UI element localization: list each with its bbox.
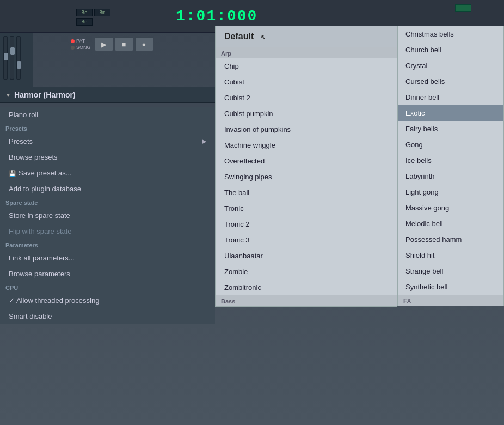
checkmark-icon: ✓: [9, 296, 16, 305]
slider-2[interactable]: [10, 36, 14, 80]
add-to-plugin-item[interactable]: Add to plugin database: [0, 181, 215, 197]
right-submenu-item-possessed-hamm[interactable]: Possessed hamm: [398, 232, 503, 247]
dropdown-item-tronic-3[interactable]: Tronic 3: [216, 232, 397, 248]
save-preset-item[interactable]: 💾Save preset as...: [0, 165, 215, 181]
presets-submenu-item[interactable]: Presets ▶: [0, 133, 215, 149]
right-submenu-item-exotic[interactable]: Exotic: [398, 105, 503, 121]
right-submenu-item-dinner-bell[interactable]: Dinner bell: [398, 89, 503, 105]
dropdown-item-chip[interactable]: Chip: [216, 58, 397, 74]
dropdown-item-cubist[interactable]: Cubist: [216, 74, 397, 90]
right-submenu-item-massive-gong[interactable]: Massive gong: [398, 200, 503, 216]
pat-led: [71, 39, 75, 43]
display-1: Be: [76, 9, 93, 16]
dropdown-item-the-ball[interactable]: The ball: [216, 185, 397, 201]
song-row: SONG: [71, 45, 91, 50]
record-button[interactable]: ●: [135, 37, 153, 51]
transport-controls: PAT SONG ▶ ■ ●: [71, 37, 153, 51]
dropdown-item-tronic-2[interactable]: Tronic 2: [216, 216, 397, 232]
presets-section-label: Presets: [0, 123, 215, 133]
slider-3[interactable]: [16, 36, 21, 80]
display-2: Bm: [94, 9, 110, 16]
flip-spare-item: Flip with spare state: [0, 223, 215, 239]
harmor-title: Harmor (Harmor): [14, 90, 76, 99]
slider-1[interactable]: [3, 36, 8, 80]
song-label: SONG: [76, 45, 91, 50]
record-icon: ●: [142, 40, 146, 48]
stop-icon: ■: [122, 40, 126, 48]
harmor-arrow-icon: ▼: [5, 92, 11, 98]
display-3: Be: [76, 18, 93, 26]
stop-button[interactable]: ■: [115, 37, 133, 51]
cursor-icon: ↖: [260, 34, 266, 41]
right-submenu-item-melodic-bell[interactable]: Melodic bell: [398, 216, 503, 232]
right-submenu-item-christmas-bells[interactable]: Christmas bells: [398, 26, 503, 42]
right-submenu-item-synthetic-bell[interactable]: Synthetic bell: [398, 279, 503, 295]
default-label: Default: [224, 32, 254, 41]
dropdown-item-zombie[interactable]: Zombie: [216, 264, 397, 280]
song-led: [71, 46, 75, 50]
dropdown-item-overeffected[interactable]: Overeffected: [216, 153, 397, 169]
dropdown-item-tronic[interactable]: Tronic: [216, 201, 397, 216]
right-submenu-container: Christmas bellsChurch bellCrystalCursed …: [398, 26, 503, 295]
right-submenu-item-cursed-bells[interactable]: Cursed bells: [398, 74, 503, 89]
left-context-menu: Piano roll Presets Presets ▶ Browse pres…: [0, 107, 215, 324]
default-option[interactable]: Default ↖: [216, 26, 397, 47]
right-submenu-item-light-gong[interactable]: Light gong: [398, 184, 503, 200]
main-preset-dropdown: Default ↖ ArpChipCubistCubist 2Cubist pu…: [215, 26, 397, 307]
link-all-item[interactable]: Link all parameters...: [0, 250, 215, 266]
spare-state-section-label: Spare state: [0, 197, 215, 208]
time-display: 1:01:000: [176, 8, 257, 25]
dropdown-section-bass: Bass: [216, 295, 397, 306]
dropdown-item-machine-wriggle[interactable]: Machine wriggle: [216, 137, 397, 153]
right-submenu-item-church-bell[interactable]: Church bell: [398, 42, 503, 58]
dropdown-item-zombitronic[interactable]: Zombitronic: [216, 280, 397, 295]
piano-roll-item[interactable]: Piano roll: [0, 107, 215, 123]
right-submenu: Christmas bellsChurch bellCrystalCursed …: [397, 26, 504, 306]
right-submenu-item-crystal[interactable]: Crystal: [398, 58, 503, 74]
parameters-section-label: Parameters: [0, 239, 215, 250]
right-submenu-item-shield-hit[interactable]: Shield hit: [398, 247, 503, 263]
pat-label: PAT: [76, 38, 85, 44]
play-button[interactable]: ▶: [95, 37, 113, 51]
presets-arrow-icon: ▶: [202, 138, 206, 145]
allow-threaded-item[interactable]: ✓ Allow threaded processing: [0, 293, 215, 308]
pat-row: PAT: [71, 38, 91, 44]
right-submenu-item-strange-bell[interactable]: Strange bell: [398, 263, 503, 279]
right-submenu-item-gong[interactable]: Gong: [398, 137, 503, 153]
smart-disable-item[interactable]: Smart disable: [0, 308, 215, 324]
fx-section-label: FX: [398, 295, 503, 306]
dropdown-item-ulaanbaatar[interactable]: Ulaanbaatar: [216, 248, 397, 264]
dropdown-items-container: ArpChipCubistCubist 2Cubist pumpkinInvas…: [216, 47, 397, 306]
right-submenu-item-ice-bells[interactable]: Ice bells: [398, 153, 503, 168]
right-submenu-item-labyrinth[interactable]: Labyrinth: [398, 168, 503, 184]
browse-parameters-item[interactable]: Browse parameters: [0, 266, 215, 282]
browse-presets-item[interactable]: Browse presets: [0, 149, 215, 165]
save-icon: 💾: [9, 170, 16, 177]
dropdown-item-swinging-pipes[interactable]: Swinging pipes: [216, 169, 397, 185]
right-submenu-item-fairy-bells[interactable]: Fairy bells: [398, 121, 503, 137]
play-icon: ▶: [101, 40, 107, 48]
dropdown-item-invasion-of-pumpkins[interactable]: Invasion of pumpkins: [216, 122, 397, 137]
harmor-title-bar: ▼ Harmor (Harmor): [0, 87, 215, 103]
store-spare-item[interactable]: Store in spare state: [0, 208, 215, 223]
dropdown-section-arp: Arp: [216, 47, 397, 58]
cpu-section-label: CPU: [0, 282, 215, 293]
dropdown-item-cubist-pumpkin[interactable]: Cubist pumpkin: [216, 106, 397, 122]
dropdown-item-cubist-2[interactable]: Cubist 2: [216, 90, 397, 106]
